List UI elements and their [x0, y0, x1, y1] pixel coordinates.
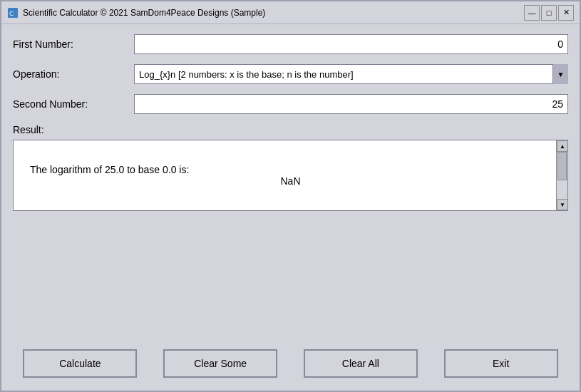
- scroll-down-button[interactable]: ▼: [557, 199, 568, 210]
- result-line2: NaN: [27, 175, 554, 187]
- exit-button[interactable]: Exit: [444, 349, 558, 378]
- window-title: Scientific Calculator © 2021 SamDom4Peac…: [23, 8, 265, 18]
- operation-label: Operation:: [13, 68, 134, 80]
- result-line1: The logarithm of 25.0 to base 0.0 is:: [27, 164, 554, 175]
- clear-all-button[interactable]: Clear All: [304, 349, 418, 378]
- second-number-row: Second Number:: [13, 94, 568, 114]
- operation-row: Operation: Log_{x}n [2 numbers: x is the…: [13, 64, 568, 84]
- maximize-button[interactable]: □: [541, 5, 557, 21]
- app-icon: C: [7, 7, 19, 19]
- minimize-button[interactable]: —: [524, 5, 540, 21]
- scroll-track: [557, 152, 567, 199]
- result-box: The logarithm of 25.0 to base 0.0 is: Na…: [13, 140, 568, 211]
- first-number-row: First Number:: [13, 34, 568, 54]
- scroll-thumb[interactable]: [557, 152, 567, 180]
- close-button[interactable]: ✕: [558, 5, 574, 21]
- content-area: First Number: Operation: Log_{x}n [2 num…: [1, 24, 580, 391]
- first-number-input[interactable]: [134, 34, 568, 54]
- second-number-label: Second Number:: [13, 98, 134, 110]
- svg-text:C: C: [9, 10, 14, 17]
- second-number-input[interactable]: [134, 94, 568, 114]
- title-bar-controls: — □ ✕: [524, 5, 574, 21]
- clear-some-button[interactable]: Clear Some: [163, 349, 277, 378]
- main-window: C Scientific Calculator © 2021 SamDom4Pe…: [0, 0, 581, 392]
- scroll-up-button[interactable]: ▲: [557, 140, 568, 152]
- result-scrollbar[interactable]: ▲ ▼: [556, 140, 567, 210]
- first-number-label: First Number:: [13, 38, 134, 50]
- result-label: Result:: [13, 124, 568, 135]
- title-bar-left: C Scientific Calculator © 2021 SamDom4Pe…: [7, 7, 265, 19]
- title-bar: C Scientific Calculator © 2021 SamDom4Pe…: [1, 1, 580, 24]
- calculate-button[interactable]: Calculate: [23, 349, 137, 378]
- result-section: Result: The logarithm of 25.0 to base 0.…: [13, 124, 568, 211]
- operation-select[interactable]: Log_{x}n [2 numbers: x is the base; n is…: [134, 64, 568, 84]
- button-row: Calculate Clear Some Clear All Exit: [13, 344, 568, 381]
- operation-select-wrapper: Log_{x}n [2 numbers: x is the base; n is…: [134, 64, 568, 84]
